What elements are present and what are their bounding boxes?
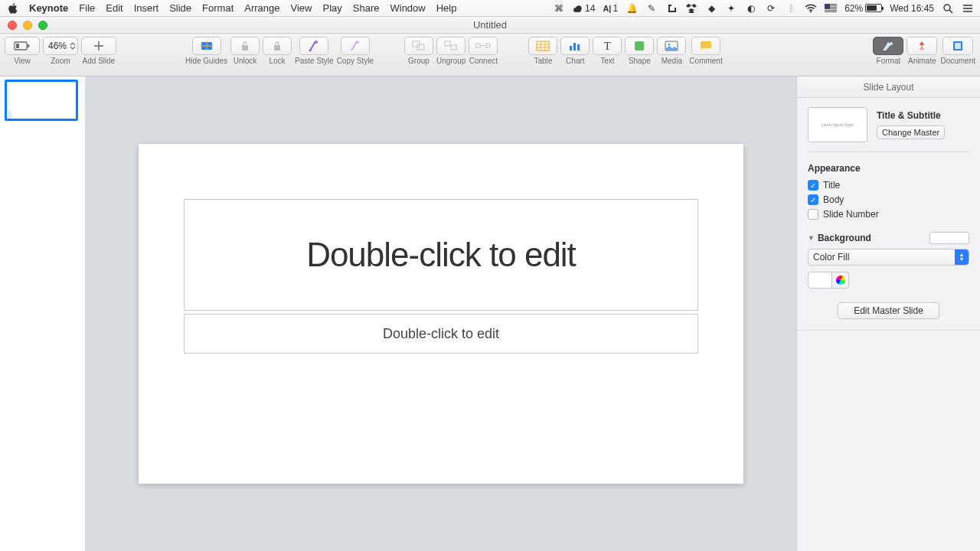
format-inspector-button[interactable] [873, 37, 903, 55]
svg-rect-25 [445, 41, 450, 46]
text-button[interactable]: T [593, 37, 622, 55]
bluetooth-icon[interactable]: ᛒ [785, 2, 797, 15]
animate-inspector-button[interactable] [906, 37, 937, 55]
dropbox-icon[interactable] [685, 2, 697, 15]
apple-logo-icon[interactable] [6, 2, 18, 15]
svg-rect-36 [573, 43, 576, 51]
close-window-button[interactable] [8, 21, 17, 30]
slide-thumbnail[interactable]: 1 [5, 80, 80, 121]
slide[interactable]: Double-click to edit Double-click to edi… [139, 144, 743, 484]
view-button[interactable] [5, 37, 40, 55]
ai-badge[interactable]: A|1 [603, 3, 618, 14]
menu-window[interactable]: Window [390, 2, 425, 14]
slide-navigator[interactable]: 1 [0, 77, 86, 551]
toolbar-label: Ungroup [436, 57, 466, 65]
menu-insert[interactable]: Insert [134, 2, 159, 14]
toolbar-label: Connect [469, 57, 498, 65]
paste-style-button[interactable] [299, 37, 328, 55]
menu-help[interactable]: Help [436, 2, 457, 14]
menu-format[interactable]: Format [202, 2, 234, 14]
svg-rect-28 [486, 44, 490, 47]
connect-button[interactable] [469, 37, 498, 55]
body-checkbox[interactable]: ✓ [808, 194, 818, 205]
color-picker-button[interactable] [832, 272, 849, 289]
menuextra-icon[interactable]: ✎ [645, 2, 658, 15]
toolbar-label: Add Slide [83, 57, 116, 65]
sync-icon[interactable]: ⟳ [765, 2, 777, 15]
slide-canvas-area[interactable]: Double-click to edit Double-click to edi… [86, 77, 796, 551]
menu-arrange[interactable]: Arrange [244, 2, 279, 14]
svg-rect-35 [570, 46, 572, 51]
evernote-icon[interactable] [665, 2, 678, 15]
menu-slide[interactable]: Slide [169, 2, 191, 14]
toolbar-label: Copy Style [337, 57, 374, 65]
comment-button[interactable] [691, 37, 720, 55]
bell-icon[interactable]: 🔔 [626, 2, 638, 15]
minimize-window-button[interactable] [23, 21, 32, 30]
zoom-window-button[interactable] [38, 21, 47, 30]
title-placeholder[interactable]: Double-click to edit [184, 199, 698, 311]
clock[interactable]: Wed 16:45 [890, 3, 934, 14]
toolbar-label: Zoom [51, 57, 70, 65]
document-inspector-button[interactable] [942, 37, 973, 55]
svg-rect-6 [825, 11, 837, 11]
subtitle-placeholder[interactable]: Double-click to edit [184, 314, 698, 354]
svg-rect-21 [274, 45, 280, 51]
shape-button[interactable] [625, 37, 654, 55]
copy-style-button[interactable] [341, 37, 370, 55]
svg-rect-37 [577, 44, 580, 51]
background-swatch[interactable] [929, 232, 969, 244]
add-slide-button[interactable] [81, 37, 116, 55]
flag-icon[interactable] [825, 2, 837, 15]
media-button[interactable] [657, 37, 686, 55]
menu-play[interactable]: Play [322, 2, 341, 14]
slide-number-checkbox-label: Slide Number [823, 209, 879, 220]
table-button[interactable] [528, 37, 557, 55]
title-checkbox[interactable]: ✓ [808, 180, 818, 191]
svg-rect-14 [16, 44, 19, 48]
lock-button[interactable] [263, 37, 292, 55]
layout-name: Title & Subtitle [877, 110, 969, 121]
toolbar-label: Group [408, 57, 430, 65]
svg-point-42 [890, 42, 893, 45]
edit-master-slide-button[interactable]: Edit Master Slide [838, 302, 939, 319]
color-well[interactable] [808, 272, 832, 289]
menu-view[interactable]: View [291, 2, 312, 14]
ungroup-button[interactable] [436, 37, 466, 55]
notification-center-icon[interactable] [962, 2, 974, 15]
spotlight-icon[interactable] [942, 2, 954, 15]
menuextra-icon[interactable]: ⌘ [553, 2, 565, 15]
menuextra-icon[interactable]: ◆ [705, 2, 717, 15]
svg-rect-27 [476, 44, 480, 47]
toolbar-label: Document [940, 57, 975, 65]
toolbar-label: Unlock [234, 57, 257, 65]
svg-line-9 [949, 10, 952, 13]
menuextra-icon[interactable]: ✦ [725, 2, 737, 15]
inspector-tab-slide-layout[interactable]: Slide Layout [797, 77, 980, 98]
unlock-button[interactable] [230, 37, 260, 55]
toolbar: View 46% Zoom Add Slide Hide Guides Unlo… [0, 34, 980, 77]
format-inspector: Slide Layout Lorem Ipsum Dolor Title & S… [796, 77, 980, 551]
disclosure-icon[interactable]: ▼ [808, 234, 815, 242]
menuextra-icon[interactable]: ◐ [745, 2, 757, 15]
menu-share[interactable]: Share [353, 2, 380, 14]
group-button[interactable] [404, 37, 433, 55]
toolbar-label: Paste Style [295, 57, 334, 65]
hide-guides-button[interactable] [192, 37, 221, 55]
menu-file[interactable]: File [79, 2, 95, 14]
svg-rect-38 [635, 41, 644, 51]
toolbar-label: Hide Guides [185, 57, 227, 65]
battery-indicator[interactable]: 62% [844, 3, 882, 14]
toolbar-label: Table [534, 57, 552, 65]
svg-rect-20 [242, 45, 248, 51]
zoom-selector[interactable]: 46% [43, 37, 78, 55]
wifi-icon[interactable] [805, 2, 817, 15]
menu-edit[interactable]: Edit [106, 2, 122, 14]
cc-badge[interactable]: 14 [573, 3, 595, 14]
change-master-button[interactable]: Change Master [877, 126, 945, 139]
slide-number-checkbox[interactable] [808, 209, 818, 220]
fill-type-select[interactable]: Color Fill ▲▼ [808, 249, 969, 266]
app-menu[interactable]: Keynote [29, 2, 68, 14]
chart-button[interactable] [560, 37, 590, 55]
svg-point-22 [309, 50, 312, 52]
